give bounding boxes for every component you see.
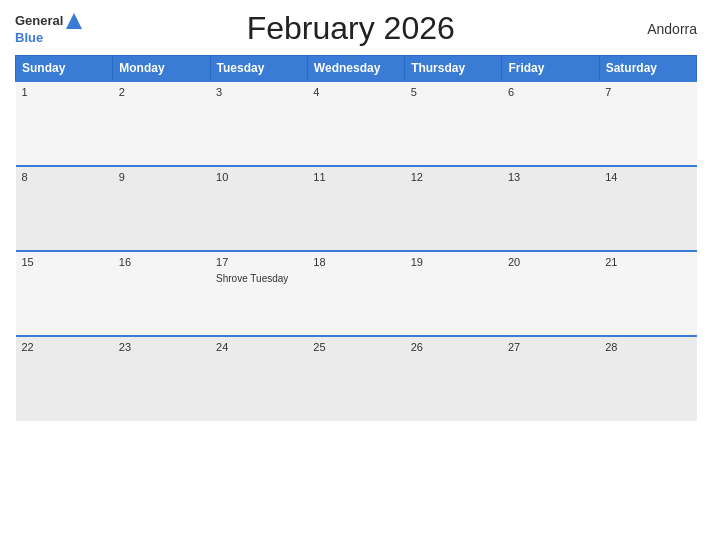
calendar-day-cell: 8 — [16, 166, 113, 251]
calendar-day-header: Sunday — [16, 56, 113, 82]
logo-blue-text: Blue — [15, 31, 43, 45]
calendar-day-cell: 17Shrove Tuesday — [210, 251, 307, 336]
calendar-day-cell: 5 — [405, 81, 502, 166]
calendar-day-cell: 6 — [502, 81, 599, 166]
calendar-page: General Blue February 2026 Andorra Sunda… — [0, 0, 712, 550]
calendar-week-row: 22232425262728 — [16, 336, 697, 421]
calendar-week-row: 891011121314 — [16, 166, 697, 251]
day-number: 21 — [605, 256, 690, 268]
calendar-day-cell: 25 — [307, 336, 404, 421]
calendar-day-cell: 11 — [307, 166, 404, 251]
calendar-day-cell: 9 — [113, 166, 210, 251]
day-number: 14 — [605, 171, 690, 183]
calendar-week-row: 1234567 — [16, 81, 697, 166]
calendar-day-cell: 15 — [16, 251, 113, 336]
day-number: 28 — [605, 341, 690, 353]
day-number: 10 — [216, 171, 301, 183]
day-number: 2 — [119, 86, 204, 98]
calendar-event: Shrove Tuesday — [216, 273, 288, 284]
calendar-table: SundayMondayTuesdayWednesdayThursdayFrid… — [15, 55, 697, 421]
calendar-week-row: 151617Shrove Tuesday18192021 — [16, 251, 697, 336]
calendar-day-cell: 22 — [16, 336, 113, 421]
page-title: February 2026 — [84, 10, 617, 47]
logo-icon — [64, 11, 84, 31]
calendar-day-cell: 13 — [502, 166, 599, 251]
day-number: 22 — [22, 341, 107, 353]
day-number: 12 — [411, 171, 496, 183]
calendar-day-cell: 24 — [210, 336, 307, 421]
calendar-day-cell: 2 — [113, 81, 210, 166]
day-number: 6 — [508, 86, 593, 98]
day-number: 15 — [22, 256, 107, 268]
day-number: 18 — [313, 256, 398, 268]
day-number: 16 — [119, 256, 204, 268]
calendar-day-header: Thursday — [405, 56, 502, 82]
calendar-day-cell: 19 — [405, 251, 502, 336]
calendar-day-cell: 14 — [599, 166, 696, 251]
calendar-header-row: SundayMondayTuesdayWednesdayThursdayFrid… — [16, 56, 697, 82]
calendar-day-header: Monday — [113, 56, 210, 82]
calendar-day-header: Wednesday — [307, 56, 404, 82]
calendar-day-cell: 4 — [307, 81, 404, 166]
day-number: 13 — [508, 171, 593, 183]
day-number: 24 — [216, 341, 301, 353]
day-number: 27 — [508, 341, 593, 353]
country-label: Andorra — [617, 21, 697, 37]
header: General Blue February 2026 Andorra — [15, 10, 697, 47]
day-number: 1 — [22, 86, 107, 98]
day-number: 17 — [216, 256, 301, 268]
calendar-day-cell: 26 — [405, 336, 502, 421]
calendar-day-cell: 20 — [502, 251, 599, 336]
logo-general-text: General — [15, 14, 63, 28]
day-number: 5 — [411, 86, 496, 98]
day-number: 9 — [119, 171, 204, 183]
calendar-day-cell: 12 — [405, 166, 502, 251]
calendar-day-cell: 23 — [113, 336, 210, 421]
day-number: 26 — [411, 341, 496, 353]
calendar-day-cell: 10 — [210, 166, 307, 251]
day-number: 7 — [605, 86, 690, 98]
day-number: 20 — [508, 256, 593, 268]
day-number: 19 — [411, 256, 496, 268]
day-number: 3 — [216, 86, 301, 98]
logo: General Blue — [15, 11, 84, 45]
svg-marker-0 — [66, 13, 82, 29]
calendar-day-cell: 7 — [599, 81, 696, 166]
calendar-day-header: Tuesday — [210, 56, 307, 82]
calendar-day-cell: 28 — [599, 336, 696, 421]
calendar-day-cell: 27 — [502, 336, 599, 421]
calendar-day-cell: 21 — [599, 251, 696, 336]
day-number: 4 — [313, 86, 398, 98]
day-number: 25 — [313, 341, 398, 353]
calendar-day-cell: 3 — [210, 81, 307, 166]
calendar-day-cell: 16 — [113, 251, 210, 336]
day-number: 11 — [313, 171, 398, 183]
calendar-day-header: Saturday — [599, 56, 696, 82]
day-number: 23 — [119, 341, 204, 353]
calendar-day-header: Friday — [502, 56, 599, 82]
calendar-day-cell: 18 — [307, 251, 404, 336]
logo-line2: Blue — [15, 31, 43, 45]
day-number: 8 — [22, 171, 107, 183]
calendar-day-cell: 1 — [16, 81, 113, 166]
logo-line1: General — [15, 11, 84, 31]
